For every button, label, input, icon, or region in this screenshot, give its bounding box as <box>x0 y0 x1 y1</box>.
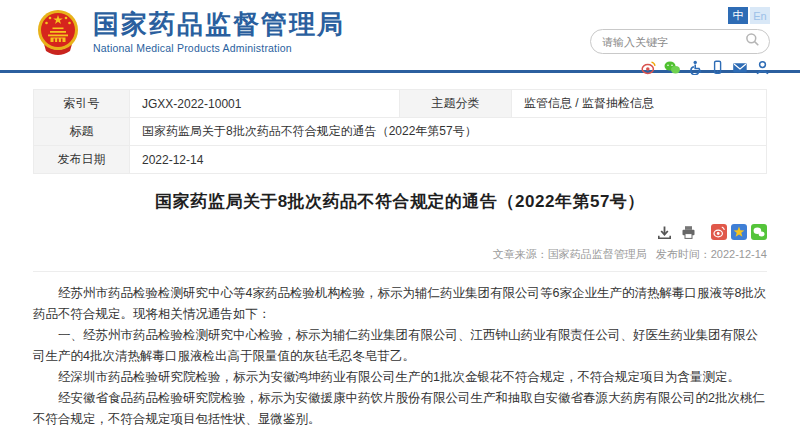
article-toolbar <box>33 224 767 240</box>
share-qzone-icon[interactable] <box>731 224 747 240</box>
share-buttons <box>711 224 767 240</box>
header-utility-icons <box>641 59 770 75</box>
search-box[interactable] <box>590 29 770 54</box>
article-paragraph: 经安徽省食品药品检验研究院检验，标示为安徽援康中药饮片股份有限公司生产和抽取自安… <box>33 388 767 430</box>
national-emblem-logo <box>34 7 82 57</box>
search-input[interactable] <box>600 35 745 49</box>
weibo-icon[interactable] <box>641 60 657 75</box>
site-subtitle: National Medical Products Administration <box>93 42 345 54</box>
article-meta: 文章来源：国家药品监督管理局 发布时间：2022-12-14 <box>33 247 767 272</box>
doc-title-value: 国家药监局关于8批次药品不符合规定的通告（2022年第57号） <box>130 118 767 146</box>
index-number-value: JGXX-2022-10001 <box>130 90 400 118</box>
page-title: 国家药监局关于8批次药品不符合规定的通告（2022年第57号） <box>0 190 800 213</box>
article-source: 文章来源：国家药品监督管理局 <box>493 248 647 260</box>
language-toggle: 中 En <box>728 7 770 24</box>
publish-date-label: 发布日期 <box>34 146 130 174</box>
publish-date-value: 2022-12-14 <box>130 146 767 174</box>
table-row: 标题 国家药监局关于8批次药品不符合规定的通告（2022年第57号） <box>34 118 767 146</box>
article-body: 经苏州市药品检验检测研究中心等4家药品检验机构检验，标示为辅仁药业集团有限公司等… <box>33 283 767 430</box>
site-title: 国家药品监督管理局 <box>93 10 345 39</box>
mail-icon[interactable] <box>732 60 748 75</box>
topic-category-label: 主题分类 <box>400 90 512 118</box>
topic-category-value: 监管信息 / 监督抽检信息 <box>512 90 767 118</box>
header-right: 中 En <box>590 7 770 75</box>
search-icon[interactable] <box>745 32 760 51</box>
article-paragraph: 一、经苏州市药品检验检测研究中心检验，标示为辅仁药业集团有限公司、江西钟山药业有… <box>33 325 767 367</box>
mobile-icon[interactable] <box>710 60 725 75</box>
print-icon[interactable] <box>681 225 696 240</box>
table-row: 索引号 JGXX-2022-10001 主题分类 监管信息 / 监督抽检信息 <box>34 90 767 118</box>
accessibility-icon[interactable] <box>688 60 703 75</box>
share-wechat-icon[interactable] <box>751 224 767 240</box>
share-weibo-icon[interactable] <box>711 224 727 240</box>
wechat-icon[interactable] <box>664 60 681 75</box>
index-number-label: 索引号 <box>34 90 130 118</box>
article-paragraph: 经苏州市药品检验检测研究中心等4家药品检验机构检验，标示为辅仁药业集团有限公司等… <box>33 283 767 325</box>
lang-en-button[interactable]: En <box>750 7 770 24</box>
download-icon[interactable] <box>657 225 672 240</box>
site-brand[interactable]: 国家药品监督管理局 National Medical Products Admi… <box>34 7 345 57</box>
article-publish-time: 发布时间：2022-12-14 <box>656 248 767 260</box>
article-paragraph: 经深圳市药品检验研究院检验，标示为安徽鸿坤药业有限公司生产的1批次金银花不符合规… <box>33 367 767 388</box>
doc-title-label: 标题 <box>34 118 130 146</box>
site-header: 国家药品监督管理局 National Medical Products Admi… <box>0 0 800 70</box>
document-info-table: 索引号 JGXX-2022-10001 主题分类 监管信息 / 监督抽检信息 标… <box>33 89 767 174</box>
table-row: 发布日期 2022-12-14 <box>34 146 767 174</box>
lang-zh-button[interactable]: 中 <box>728 7 748 24</box>
user-icon[interactable] <box>755 60 770 75</box>
